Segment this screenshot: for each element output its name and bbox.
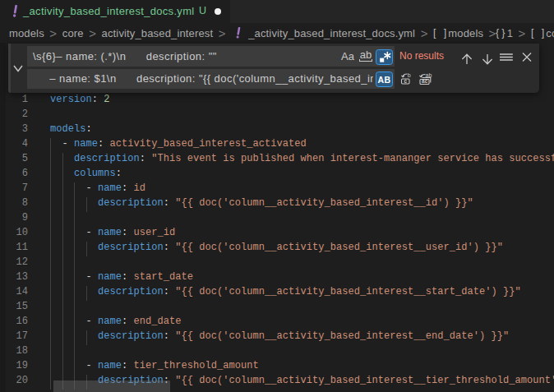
svg-text:ac: ac	[422, 78, 428, 84]
svg-text:ab: ab	[426, 72, 432, 78]
svg-text:b: b	[408, 72, 411, 78]
svg-text:c: c	[404, 78, 407, 84]
